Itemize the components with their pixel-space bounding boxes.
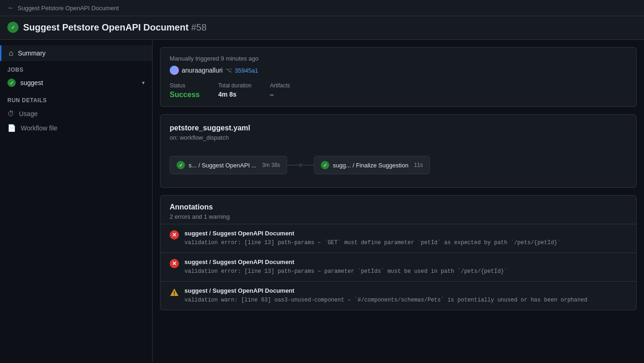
error-icon-2: ✕ bbox=[170, 259, 179, 268]
annotation-error-1: ✕ suggest / Suggest OpenAPI Document val… bbox=[160, 224, 636, 252]
sidebar-job-suggest[interactable]: ✓ suggest ▾ bbox=[0, 75, 152, 91]
workflow-card: petstore_suggest.yaml on: workflow_dispa… bbox=[160, 114, 637, 188]
back-link[interactable]: ← Suggest Petstore OpenAPI Document bbox=[7, 4, 119, 12]
annotations-title: Annotations bbox=[170, 203, 627, 211]
trigger-row: Manually triggered 9 minutes ago bbox=[170, 55, 627, 62]
artifacts-value: – bbox=[270, 91, 290, 98]
job-success-icon: ✓ bbox=[7, 79, 16, 87]
annotations-subtitle: 2 errors and 1 warning bbox=[170, 213, 627, 220]
jobs-section-label: Jobs bbox=[0, 61, 152, 75]
sidebar: ⌂ Summary Jobs ✓ suggest ▾ Run details ⏱… bbox=[0, 40, 153, 362]
node2-label: sugg... / Finalize Suggestion bbox=[333, 162, 408, 169]
workflow-filename: petstore_suggest.yaml bbox=[170, 124, 627, 132]
annotations-header: Annotations 2 errors and 1 warning bbox=[160, 196, 636, 224]
usage-label: Usage bbox=[19, 110, 37, 117]
flow-connector bbox=[287, 163, 314, 167]
job-name-label: suggest bbox=[20, 79, 137, 86]
annotation-content-3: suggest / Suggest OpenAPI Document valid… bbox=[184, 287, 587, 304]
trigger-text: Manually triggered 9 minutes ago bbox=[170, 55, 258, 62]
node2-success-icon: ✓ bbox=[321, 161, 329, 169]
flow-diagram: ✓ s... / Suggest OpenAPI ... 3m 38s ✓ su… bbox=[170, 152, 627, 178]
commit-hash[interactable]: 35945a1 bbox=[235, 67, 258, 74]
actor-name: anuraagnalluri bbox=[182, 67, 223, 74]
annotation-job-1: suggest / Suggest OpenAPI Document bbox=[184, 230, 561, 237]
status-label: Status bbox=[170, 82, 200, 89]
annotation-job-2: suggest / Suggest OpenAPI Document bbox=[184, 258, 508, 265]
clock-icon: ⏱ bbox=[7, 110, 14, 117]
annotation-job-3: suggest / Suggest OpenAPI Document bbox=[184, 287, 587, 294]
annotation-warning-1: ! suggest / Suggest OpenAPI Document val… bbox=[160, 281, 636, 310]
content-area: Manually triggered 9 minutes ago anuraag… bbox=[153, 40, 644, 362]
error-icon-1: ✕ bbox=[170, 230, 179, 240]
sidebar-item-summary[interactable]: ⌂ Summary bbox=[0, 45, 152, 61]
annotation-content-2: suggest / Suggest OpenAPI Document valid… bbox=[184, 258, 508, 276]
home-icon: ⌂ bbox=[9, 49, 13, 57]
artifacts-col: Artifacts – bbox=[270, 82, 290, 98]
run-status-icon: ✓ bbox=[7, 22, 18, 33]
sidebar-item-workflow-file[interactable]: 📄 Workflow file bbox=[0, 121, 152, 135]
annotation-content-1: suggest / Suggest OpenAPI Document valid… bbox=[184, 230, 561, 247]
run-number: #58 bbox=[191, 22, 206, 32]
chevron-down-icon: ▾ bbox=[142, 80, 145, 86]
sidebar-item-usage[interactable]: ⏱ Usage bbox=[0, 106, 152, 121]
page-header: ✓ Suggest Petstore OpenAPI Document #58 bbox=[0, 16, 644, 40]
page-title: Suggest Petstore OpenAPI Document #58 bbox=[23, 22, 207, 33]
duration-label: Total duration bbox=[218, 82, 251, 89]
svg-text:!: ! bbox=[173, 290, 175, 296]
actor-avatar bbox=[170, 66, 179, 75]
annotation-message-1: validation error: [line 13] path-params … bbox=[184, 239, 561, 247]
node1-success-icon: ✓ bbox=[177, 161, 185, 169]
status-col: Status Success bbox=[170, 82, 200, 99]
status-value: Success bbox=[170, 91, 200, 99]
back-label: Suggest Petstore OpenAPI Document bbox=[18, 5, 119, 12]
flow-node-1[interactable]: ✓ s... / Suggest OpenAPI ... 3m 38s bbox=[170, 156, 287, 174]
commit-icon: ⌥ bbox=[226, 67, 232, 74]
main-layout: ⌂ Summary Jobs ✓ suggest ▾ Run details ⏱… bbox=[0, 40, 644, 362]
run-details-label: Run details bbox=[0, 91, 152, 106]
run-info-card: Manually triggered 9 minutes ago anuraag… bbox=[160, 47, 637, 107]
annotations-card: Annotations 2 errors and 1 warning ✕ sug… bbox=[160, 195, 637, 310]
duration-col: Total duration 4m 8s bbox=[218, 82, 251, 98]
file-icon: 📄 bbox=[7, 124, 16, 132]
annotation-message-3: validation warn: [line 63] oas3-unused-c… bbox=[184, 296, 587, 304]
node2-time: 11s bbox=[414, 162, 423, 168]
node1-time: 3m 38s bbox=[262, 162, 280, 168]
commit-row: anuraagnalluri ⌥ 35945a1 bbox=[170, 66, 627, 75]
sidebar-summary-label: Summary bbox=[18, 49, 46, 57]
back-arrow-icon: ← bbox=[7, 4, 15, 12]
annotation-message-2: validation error: [line 13] path-params … bbox=[184, 267, 508, 276]
top-bar: ← Suggest Petstore OpenAPI Document bbox=[0, 0, 644, 16]
flow-node-2[interactable]: ✓ sugg... / Finalize Suggestion 11s bbox=[314, 156, 430, 174]
workflow-event: on: workflow_dispatch bbox=[170, 134, 627, 141]
duration-value: 4m 8s bbox=[218, 91, 251, 98]
artifacts-label: Artifacts bbox=[270, 82, 290, 89]
node1-label: s... / Suggest OpenAPI ... bbox=[189, 162, 257, 169]
warning-icon-1: ! bbox=[170, 288, 179, 297]
workflow-file-label: Workflow file bbox=[21, 124, 57, 132]
annotation-error-2: ✕ suggest / Suggest OpenAPI Document val… bbox=[160, 252, 636, 281]
